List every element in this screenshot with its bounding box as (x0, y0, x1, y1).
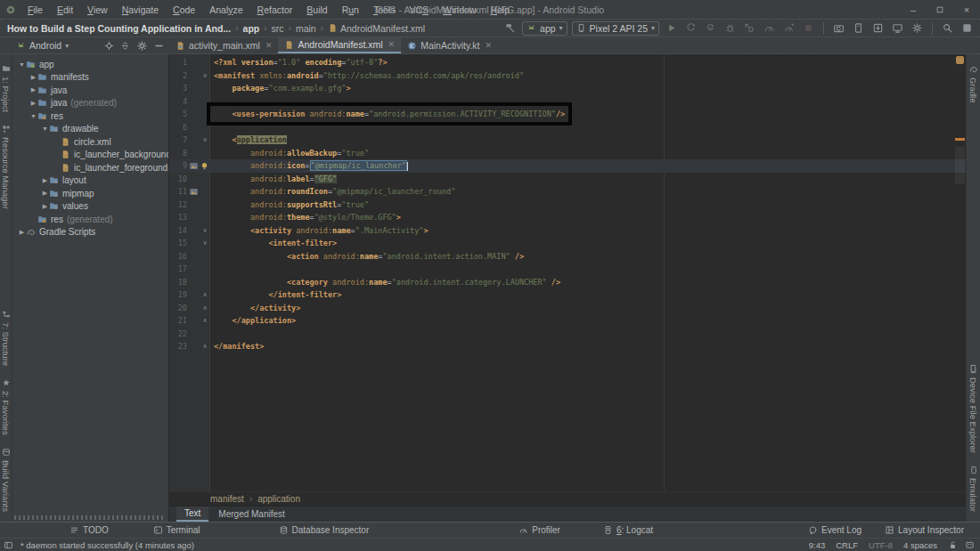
code-line-10[interactable]: 10 android:label="GFG" (169, 173, 966, 186)
line-number[interactable]: 10 (169, 174, 187, 183)
line-number[interactable]: 15 (169, 239, 187, 247)
code-line-17[interactable]: 17 (169, 263, 966, 276)
line-number[interactable]: 8 (169, 149, 187, 158)
code-line-16[interactable]: 16 <action android:name="android.intent.… (169, 250, 966, 263)
menu-window[interactable]: Window (437, 3, 482, 17)
code-line-20[interactable]: 20∧ </activity> (169, 302, 966, 315)
tree-collapsed-arrow-icon[interactable]: ▶ (41, 190, 49, 197)
tree-item-java[interactable]: ▶java (12, 84, 168, 97)
stop-icon[interactable] (801, 21, 816, 36)
run-icon[interactable] (664, 21, 679, 36)
line-number[interactable]: 16 (169, 252, 187, 261)
fold-marker-icon[interactable]: ∧ (200, 317, 210, 324)
code-line-8[interactable]: 8 android:allowBackup="true" (169, 147, 966, 160)
code-line-3[interactable]: 3 package="com.example.gfg"> (169, 82, 966, 95)
fold-marker-icon[interactable]: ∨ (200, 136, 210, 143)
view-tab-merged-manifest[interactable]: Merged Manifest (210, 506, 292, 522)
line-number[interactable]: 3 (169, 84, 187, 93)
menu-navigate[interactable]: Navigate (116, 3, 165, 17)
tree-expanded-arrow-icon[interactable]: ▼ (41, 126, 49, 132)
code-line-7[interactable]: 7∨ <application (169, 134, 966, 147)
tool-button-event-log[interactable]: Event Log (808, 525, 862, 535)
code-line-23[interactable]: 23∧</manifest> (169, 340, 966, 353)
tab-close-icon[interactable]: ✕ (485, 41, 492, 50)
code-line-13[interactable]: 13 android:theme="@style/Theme.GFG"> (169, 211, 966, 224)
device-manager-icon[interactable] (890, 21, 905, 36)
tree-item-res-generated[interactable]: res(generated) (12, 213, 168, 226)
fold-marker-icon[interactable]: ∨ (200, 72, 210, 79)
line-number[interactable]: 2 (169, 71, 187, 80)
menu-tools[interactable]: Tools (367, 3, 402, 17)
line-number[interactable]: 6 (169, 123, 187, 132)
tool-button-profiler[interactable]: Profiler (519, 525, 560, 535)
menu-file[interactable]: File (21, 3, 49, 17)
line-number[interactable]: 1 (169, 58, 187, 67)
fold-marker-icon[interactable]: ∨ (200, 227, 210, 234)
error-stripe-mark[interactable] (955, 138, 965, 141)
menu-view[interactable]: View (81, 3, 114, 17)
tree-collapsed-arrow-icon[interactable]: ▶ (29, 74, 37, 81)
intention-bulb-icon[interactable] (200, 161, 210, 171)
code-line-21[interactable]: 21∧ </application> (169, 314, 966, 328)
code-line-2[interactable]: 2∨<manifest xmlns:android="http://schema… (169, 69, 966, 83)
tool-window-button-build-variants[interactable]: Build Variants (1, 442, 11, 518)
attach-debugger-icon[interactable] (742, 21, 757, 36)
menu-analyze[interactable]: Analyze (203, 3, 249, 17)
tree-collapsed-arrow-icon[interactable]: ▶ (29, 100, 37, 107)
settings-gear-icon[interactable] (136, 40, 148, 52)
sync-gradle-icon[interactable] (831, 21, 846, 36)
view-tab-text[interactable]: Text (176, 506, 208, 522)
line-number[interactable]: 21 (169, 316, 187, 325)
breadcrumb-src[interactable]: src (272, 23, 284, 34)
panel-toggle-icon[interactable] (4, 540, 13, 550)
error-stripe-scrollbar[interactable] (954, 54, 966, 491)
tree-item-java-generated[interactable]: ▶java(generated) (12, 97, 168, 110)
code-line-19[interactable]: 19∧ </intent-filter> (169, 288, 966, 302)
hide-panel-icon[interactable] (154, 41, 164, 51)
editor-breadcrumb-application[interactable]: application (257, 494, 300, 504)
indent-setting[interactable]: 4 spaces (903, 540, 937, 550)
menu-build[interactable]: Build (300, 3, 333, 17)
tree-item-app[interactable]: ▼app (12, 58, 168, 71)
tab-mainactivity-kt[interactable]: MainActivity.kt✕ (401, 37, 498, 53)
line-number[interactable]: 19 (169, 290, 187, 299)
tree-item-mipmap[interactable]: ▶mipmap (12, 187, 168, 200)
menu-help[interactable]: Help (484, 3, 516, 17)
line-number[interactable]: 5 (169, 109, 187, 118)
code-line-1[interactable]: 1<?xml version="1.0" encoding="utf-8"?> (169, 56, 966, 69)
line-separator[interactable]: CRLF (836, 540, 858, 550)
tree-collapsed-arrow-icon[interactable]: ▶ (41, 203, 49, 210)
tool-button-layout-inspector[interactable]: Layout Inspector (885, 525, 964, 535)
tool-button-database-inspector[interactable]: Database Inspector (279, 525, 370, 535)
line-number[interactable]: 13 (169, 213, 187, 222)
line-number[interactable]: 18 (169, 278, 187, 287)
device-selector[interactable]: Pixel 2 API 25▾ (572, 21, 659, 36)
menu-vcs[interactable]: VCS (403, 3, 435, 17)
chevron-down-icon[interactable]: ▾ (65, 42, 69, 50)
tool-window-button-device-file-explorer[interactable]: Device File Explorer (968, 358, 978, 459)
locate-target-icon[interactable] (104, 41, 114, 51)
tool-window-button-emulator[interactable]: Emulator (968, 459, 978, 518)
inspection-status-square[interactable] (956, 56, 964, 64)
tree-item-res[interactable]: ▼res (12, 109, 168, 123)
avd-manager-icon[interactable] (851, 21, 866, 36)
tool-window-button-2-favorites[interactable]: 2: Favorites (1, 372, 11, 442)
line-number[interactable]: 12 (169, 200, 187, 209)
avatar-icon[interactable] (960, 21, 975, 36)
tool-window-button-gradle[interactable]: Gradle (968, 58, 978, 109)
breadcrumb-how-to-build-a-step-counting-application-in-and[interactable]: How to Build a Step Counting Application… (7, 23, 231, 34)
code-line-4[interactable]: 4 (169, 95, 966, 109)
tree-item-values[interactable]: ▶values (12, 200, 168, 214)
tree-item-circle-xml[interactable]: circle.xml (12, 135, 168, 149)
line-number[interactable]: 9 (169, 161, 187, 170)
hammer-icon[interactable] (502, 21, 518, 36)
code-line-15[interactable]: 15∨ <intent-filter> (169, 237, 966, 250)
menu-refactor[interactable]: Refactor (251, 3, 299, 17)
line-number[interactable]: 20 (169, 304, 187, 312)
code-line-22[interactable]: 22 (169, 328, 966, 341)
tree-item-ic-launcher-foreground-xml[interactable]: ic_launcher_foreground.xml (12, 161, 168, 174)
line-number[interactable]: 4 (169, 97, 187, 106)
line-number[interactable]: 7 (169, 135, 187, 144)
code-line-18[interactable]: 18 <category android:name="android.inten… (169, 276, 966, 289)
editor-breadcrumb-manifest[interactable]: manifest (210, 494, 244, 504)
